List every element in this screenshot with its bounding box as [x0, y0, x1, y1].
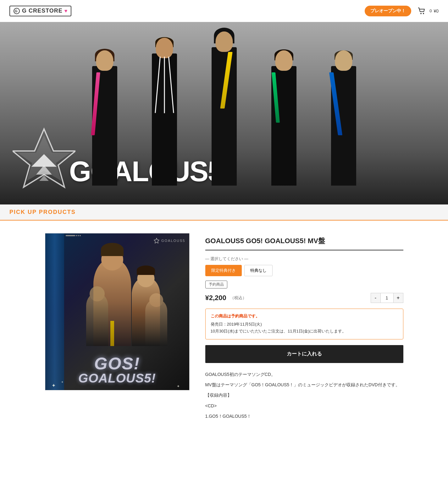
reservation-badge: 予約商品 — [205, 281, 227, 288]
qty-value: 1 — [381, 293, 393, 303]
cd-corner-deco — [66, 235, 81, 236]
product-title: GOALOUS5 GO5! GOALOUS5! MV盤 — [205, 236, 403, 250]
logo[interactable]: G G CRESTORE ♥ — [9, 6, 71, 16]
reservation-notice: この商品は予約商品です。 発売日：2019年11月5日(火) 10月30日(水)… — [205, 309, 403, 339]
svg-point-2 — [420, 13, 422, 14]
product-price-tax: （税込） — [230, 295, 246, 301]
option-buttons: 限定特典付き 特典なし — [205, 265, 403, 276]
cd-sparkle-1: ✦ — [52, 383, 56, 388]
preopen-button[interactable]: プレオープン中！ — [365, 6, 411, 16]
cd-title-line1: GOS! — [94, 355, 140, 372]
cd-title-line2: GOALOUS5! — [78, 372, 156, 384]
product-details: GOALOUS5 GO5! GOALOUS5! MV盤 ― 選択してください ―… — [205, 233, 403, 423]
qty-minus-button[interactable]: - — [371, 293, 381, 303]
figure-5 — [312, 28, 375, 186]
cd-face-back2 — [149, 293, 163, 307]
desc-line-3: 【収録内容】 — [205, 391, 403, 399]
desc-line-4: <CD> — [205, 402, 403, 410]
notice-detail-2: 10月30日(水)までにいただいたご注文は、11月1日(金)に出荷いたします。 — [211, 328, 398, 335]
product-image: GOALOUS5 — [45, 233, 190, 390]
svg-point-3 — [423, 13, 424, 14]
cd-sparkle-3: ✦ — [177, 384, 180, 388]
header-right: プレオープン中！ 0 ¥0 — [365, 6, 439, 16]
logo-area: G G CRESTORE ♥ — [9, 6, 71, 16]
cd-title-area: GOS! GOALOUS5! ✦ ✦ ✦ — [45, 349, 189, 390]
desc-line-1: GOALOUS5初のテーマソングCD。 — [205, 371, 403, 378]
figure-3 — [193, 28, 256, 186]
pickup-bar: PICK UP PRODUCTS — [0, 204, 448, 221]
cd-person-back1 — [86, 293, 108, 346]
logo-text: G CRESTORE — [22, 8, 63, 14]
cd-cover-art: GOALOUS5 — [45, 233, 189, 390]
product-price: ¥2,200 — [205, 294, 226, 302]
logo-g-icon: G — [13, 8, 20, 14]
header: G G CRESTORE ♥ プレオープン中！ 0 ¥0 — [0, 0, 448, 22]
cd-sparkle-2: ✦ — [61, 380, 64, 384]
svg-text:G: G — [15, 9, 18, 13]
desc-line-5: 1.GO5！GOALOUS5！ — [205, 412, 403, 420]
option-btn-tokuten[interactable]: 限定特典付き — [205, 265, 242, 276]
figure-2 — [133, 28, 196, 186]
cd-brand-text: GOALOUS5 — [161, 239, 185, 243]
logo-heart-icon: ♥ — [64, 8, 68, 14]
cart-price: ¥0 — [434, 8, 439, 14]
figure-1 — [73, 28, 136, 186]
desc-line-2: MV盤はテーマソング「GO5！GOALOUS5！」のミュージックビデオが収録され… — [205, 381, 403, 389]
cart-area[interactable]: 0 ¥0 — [418, 7, 439, 15]
cart-count: 0 — [429, 8, 432, 13]
hero-banner: GOALOUS5 — [0, 22, 448, 204]
select-label: ― 選択してください ― — [205, 256, 403, 262]
pickup-label: PICK UP PRODUCTS — [9, 209, 76, 215]
price-row: ¥2,200 （税込） - 1 + — [205, 293, 403, 303]
cd-accent-yellow — [110, 321, 114, 346]
svg-marker-9 — [154, 238, 159, 243]
cd-person-back2 — [145, 299, 167, 346]
goalous5-star-logo — [13, 126, 75, 189]
cart-icon — [418, 7, 426, 15]
quantity-control: - 1 + — [371, 293, 403, 303]
product-description: GOALOUS5初のテーマソングCD。 MV盤はテーマソング「GO5！GOALO… — [205, 371, 403, 420]
qty-plus-button[interactable]: + — [393, 293, 403, 303]
cd-hair-right — [137, 265, 155, 275]
cd-persons — [64, 243, 189, 346]
add-to-cart-button[interactable]: カートに入れる — [205, 345, 403, 363]
cd-face-back1 — [90, 286, 105, 301]
cd-hair-main — [101, 243, 124, 256]
product-section: GOALOUS5 — [36, 221, 413, 435]
notice-detail-1: 発売日：2019年11月5日(火) — [211, 321, 398, 328]
notice-warning: この商品は予約商品です。 — [211, 313, 398, 319]
figure-4 — [252, 28, 315, 186]
option-btn-notokuten[interactable]: 特典なし — [244, 265, 273, 276]
